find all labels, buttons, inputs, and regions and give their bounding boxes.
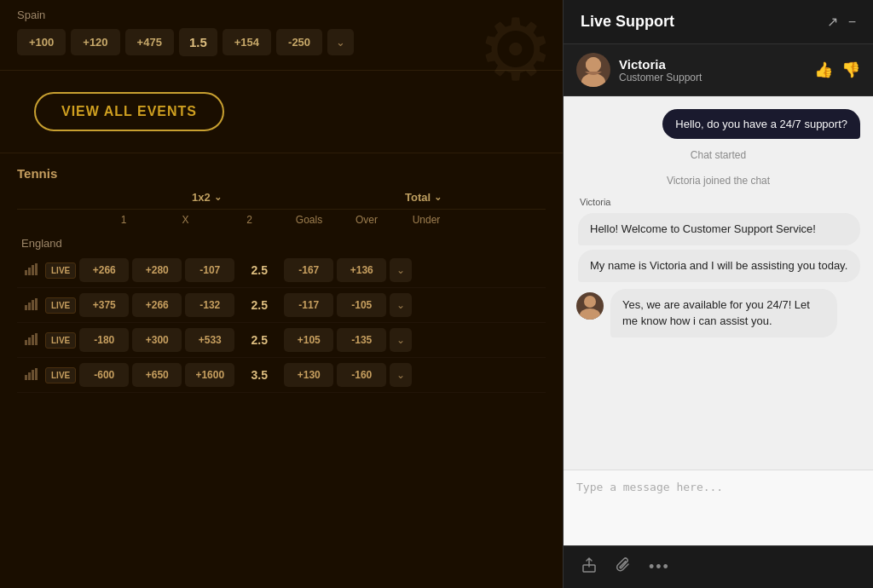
row-expand-btn[interactable]: ⌄ — [390, 258, 412, 282]
row-expand-btn[interactable]: ⌄ — [390, 293, 412, 317]
goals-val: 2.5 — [238, 327, 280, 353]
england-label: England — [17, 230, 546, 253]
expand-icon[interactable]: ↗ — [827, 14, 838, 30]
odd-2[interactable]: +300 — [132, 328, 182, 352]
svg-rect-15 — [35, 368, 38, 380]
share-icon[interactable] — [581, 556, 598, 578]
svg-rect-2 — [32, 265, 34, 275]
svg-rect-14 — [32, 370, 34, 380]
spain-odd-2[interactable]: +120 — [71, 29, 119, 55]
svg-rect-10 — [32, 335, 34, 345]
live-badge: LIVE — [45, 262, 76, 279]
svg-point-20 — [580, 308, 600, 320]
toolbar-icons: ••• — [581, 556, 670, 578]
svg-point-18 — [586, 57, 601, 72]
row-expand-btn[interactable]: ⌄ — [390, 363, 412, 387]
svg-rect-5 — [28, 303, 31, 310]
svg-rect-3 — [35, 263, 38, 275]
col-header-over: Over — [337, 214, 396, 226]
chat-messages: Hello, do you have a 24/7 support? Chat … — [564, 96, 873, 470]
more-options-icon[interactable]: ••• — [649, 556, 670, 578]
spain-chevron-btn[interactable]: ⌄ — [327, 29, 354, 55]
stats-icon — [21, 263, 42, 278]
odd-under[interactable]: -135 — [337, 328, 386, 352]
odd-1[interactable]: +266 — [79, 258, 129, 282]
chevron-down-icon: ⌄ — [214, 192, 222, 203]
col-headers: 1 X 2 Goals Over Under — [17, 210, 546, 230]
svg-rect-12 — [25, 375, 27, 380]
chevron-down-icon-2: ⌄ — [434, 192, 442, 203]
user-message-bubble: Hello, do you have a 24/7 support? — [662, 109, 860, 139]
odd-over[interactable]: -117 — [284, 293, 333, 317]
col-header-goals: Goals — [281, 214, 337, 226]
chat-message-input[interactable] — [576, 481, 860, 532]
odd-over[interactable]: +105 — [284, 328, 333, 352]
tennis-section: Tennis 1x2 ⌄ Total ⌄ 1 X 2 Goals Over Un… — [0, 158, 563, 401]
svg-rect-8 — [25, 340, 27, 345]
odd-3[interactable]: -107 — [185, 258, 234, 282]
odd-3[interactable]: +1600 — [185, 363, 234, 387]
odd-1[interactable]: +375 — [79, 293, 129, 317]
svg-point-19 — [584, 296, 596, 308]
agent-first-messages: Victoria Hello! Welcome to Customer Supp… — [576, 197, 860, 282]
chat-title: Live Support — [581, 13, 674, 31]
agent-message-row: Yes, we are available for you 24/7! Let … — [576, 289, 860, 337]
odd-under[interactable]: +136 — [337, 258, 386, 282]
odd-under[interactable]: -160 — [337, 363, 386, 387]
agent-name: Victoria — [619, 57, 814, 72]
chat-input-area — [564, 470, 873, 545]
agent-bar: Victoria Customer Support 👍 👎 — [564, 44, 873, 96]
svg-rect-1 — [28, 268, 31, 275]
col-header-1: 1 — [94, 214, 153, 226]
chat-header-controls: ↗ − — [827, 14, 856, 30]
system-chat-started: Chat started — [576, 149, 860, 161]
col-header-2: 2 — [217, 214, 281, 226]
minimize-icon[interactable]: − — [848, 14, 856, 30]
odd-2[interactable]: +650 — [132, 363, 182, 387]
spain-odd-3[interactable]: +475 — [125, 29, 174, 55]
match-row: LIVE -180 +300 +533 2.5 +105 -135 ⌄ — [17, 323, 546, 358]
live-badge: LIVE — [45, 332, 76, 349]
stats-icon — [21, 298, 42, 313]
odd-over[interactable]: -167 — [284, 258, 333, 282]
agent-avatar — [576, 53, 610, 87]
odd-3[interactable]: -132 — [185, 293, 234, 317]
live-support-panel: Live Support ↗ − Victoria Customer Suppo… — [563, 0, 873, 588]
odd-2[interactable]: +266 — [132, 293, 182, 317]
odd-over[interactable]: +130 — [284, 363, 333, 387]
tennis-label: Tennis — [17, 166, 546, 181]
odd-1[interactable]: -600 — [79, 363, 129, 387]
chat-header: Live Support ↗ − — [564, 0, 873, 44]
thumbs-up-button[interactable]: 👍 — [814, 61, 833, 79]
svg-rect-6 — [32, 300, 34, 310]
agent-bubble-1: Hello! Welcome to Customer Support Servi… — [578, 213, 860, 245]
svg-rect-13 — [28, 372, 31, 380]
spain-center-val[interactable]: 1.5 — [179, 28, 217, 56]
thumbs-down-button[interactable]: 👎 — [841, 61, 860, 79]
svg-rect-0 — [25, 270, 27, 275]
match-row: LIVE +266 +280 -107 2.5 -167 +136 ⌄ — [17, 253, 546, 288]
odd-3[interactable]: +533 — [185, 328, 234, 352]
agent-bubble-2: My name is Victoria and I will be assist… — [578, 250, 860, 282]
svg-rect-11 — [35, 333, 38, 345]
odd-under[interactable]: -105 — [337, 293, 386, 317]
spain-odd-5[interactable]: -250 — [276, 29, 322, 55]
match-rows-container: LIVE +266 +280 -107 2.5 -167 +136 ⌄ LIVE… — [17, 253, 546, 393]
goals-val: 2.5 — [238, 292, 280, 318]
row-expand-btn[interactable]: ⌄ — [390, 328, 412, 352]
spain-odd-1[interactable]: +100 — [17, 29, 66, 55]
sports-betting-panel: ⚙ Spain +100 +120 +475 1.5 +154 -250 ⌄ V… — [0, 0, 563, 588]
match-row: LIVE +375 +266 -132 2.5 -117 -105 ⌄ — [17, 288, 546, 323]
match-row: LIVE -600 +650 +1600 3.5 +130 -160 ⌄ — [17, 358, 546, 393]
attach-icon[interactable] — [615, 556, 632, 578]
view-all-events-button[interactable]: VIEW ALL EVENTS — [34, 92, 224, 131]
agent-bubble-group-2: Yes, we are available for you 24/7! Let … — [610, 289, 837, 337]
agent-name-label-1: Victoria — [578, 197, 860, 207]
table-header: 1x2 ⌄ Total ⌄ — [17, 191, 546, 210]
spain-odd-4[interactable]: +154 — [223, 29, 271, 55]
agent-info: Victoria Customer Support — [619, 57, 814, 84]
odd-2[interactable]: +280 — [132, 258, 182, 282]
svg-rect-9 — [28, 337, 31, 345]
odd-1[interactable]: -180 — [79, 328, 129, 352]
spain-odds-row: +100 +120 +475 1.5 +154 -250 ⌄ — [17, 28, 546, 56]
